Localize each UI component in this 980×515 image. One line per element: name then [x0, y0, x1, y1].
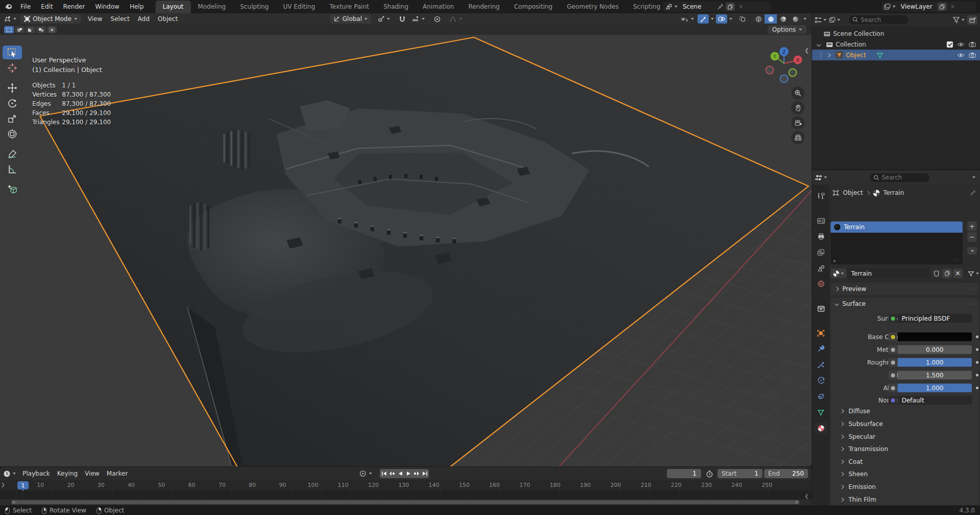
surface-subpanel-header[interactable]: Coat — [835, 456, 974, 468]
workspace-tab[interactable]: Texture Paint — [322, 1, 376, 13]
shading-material-button[interactable] — [777, 14, 789, 24]
outliner-filter-button[interactable] — [953, 17, 965, 23]
object-visibility-dropdown[interactable] — [679, 14, 695, 24]
shading-dropdown-icon[interactable] — [803, 18, 807, 20]
breadcrumb-material[interactable]: Terrain — [883, 189, 904, 196]
new-collection-button[interactable] — [967, 15, 977, 25]
proportional-editing-toggle[interactable] — [431, 14, 443, 24]
viewport-menu-item[interactable]: View — [84, 14, 106, 24]
mode-selector[interactable]: Object Mode — [20, 14, 81, 24]
prev-keyframe-button[interactable] — [388, 469, 396, 478]
shading-solid-button[interactable] — [765, 14, 777, 24]
alpha-field[interactable]: 1.000 — [898, 384, 972, 392]
viewlayer-selector[interactable]: ViewLayer ✕ — [882, 2, 976, 12]
scrollbar-left-handle[interactable] — [12, 501, 15, 504]
timeline-editor-type-button[interactable] — [3, 470, 16, 478]
measure-tool[interactable] — [3, 162, 22, 176]
workspace-tab[interactable]: Scripting — [626, 1, 667, 13]
viewport-menu-item[interactable]: Select — [106, 14, 134, 24]
outliner-row-object[interactable]: ┆ Object — [812, 50, 980, 60]
material-slot-list[interactable]: Terrain ▸ ∷∷ — [831, 221, 963, 264]
show-overlays-toggle[interactable] — [716, 14, 727, 24]
roughness-field[interactable]: 1.000 — [898, 358, 972, 367]
select-intersect-button[interactable] — [47, 26, 57, 33]
remove-slot-button[interactable]: − — [967, 232, 977, 242]
jump-to-end-button[interactable] — [421, 469, 429, 478]
normal-select-field[interactable]: Default — [898, 396, 972, 405]
animate-dot[interactable] — [976, 374, 978, 376]
outliner-row-scene-collection[interactable]: Scene Collection — [812, 28, 980, 39]
workspace-tab[interactable]: Shading — [376, 1, 416, 13]
animate-dot[interactable] — [976, 335, 978, 338]
camera-view-button[interactable] — [791, 116, 804, 129]
move-tool[interactable] — [3, 81, 22, 95]
properties-options-icon[interactable] — [972, 176, 975, 178]
workspace-tab[interactable]: Modeling — [191, 1, 233, 13]
pivot-point-dropdown[interactable] — [374, 14, 394, 24]
surface-subpanel-header[interactable]: Diffuse — [835, 405, 974, 418]
editor-type-button[interactable] — [4, 16, 16, 23]
play-button[interactable] — [404, 469, 412, 478]
hide-viewport-icon[interactable] — [957, 53, 965, 58]
workspace-tab[interactable]: Sculpting — [233, 1, 276, 13]
options-button[interactable]: Options — [768, 25, 807, 34]
copy-viewlayer-button[interactable] — [938, 3, 947, 11]
pan-button[interactable] — [791, 101, 804, 115]
tab-collection[interactable] — [815, 303, 827, 314]
outliner-editor-type-button[interactable] — [815, 17, 826, 23]
shader-select-field[interactable]: Principled BSDF — [898, 314, 972, 323]
play-reverse-button[interactable] — [396, 469, 404, 478]
shading-wireframe-button[interactable] — [752, 14, 765, 24]
disable-render-icon[interactable] — [969, 41, 976, 47]
viewport-canvas[interactable] — [0, 35, 812, 466]
outliner-search[interactable] — [849, 15, 908, 24]
scene-selector[interactable]: Scene ✕ — [663, 2, 771, 12]
properties-search-input[interactable] — [882, 174, 926, 181]
snap-target-dropdown[interactable] — [411, 14, 428, 24]
timeline-menu-item[interactable]: Keying — [54, 469, 81, 478]
scrollbar-right-handle[interactable] — [795, 501, 798, 504]
surface-panel-header[interactable]: Surface ∷∷ — [831, 298, 979, 309]
unlink-material-button[interactable]: ✕ — [953, 268, 963, 278]
tab-tool[interactable] — [815, 191, 827, 201]
timeline-menu-item[interactable]: Playback — [19, 469, 54, 478]
current-frame-field[interactable]: 1 — [667, 469, 701, 478]
channel-expand-icon[interactable]: ❯ — [1, 482, 5, 487]
timeline-menu-item[interactable]: View — [81, 469, 103, 478]
xray-toggle[interactable] — [736, 14, 748, 24]
menubar-item[interactable]: Window — [91, 2, 124, 12]
ior-field[interactable]: 1.500 — [898, 371, 972, 379]
properties-editor-type-button[interactable] — [815, 174, 827, 181]
cursor-tool[interactable] — [3, 61, 22, 75]
tab-scene[interactable] — [815, 263, 827, 273]
pin-icon[interactable] — [970, 190, 976, 196]
add-slot-button[interactable]: + — [967, 221, 977, 231]
workspace-tab[interactable]: UV Editing — [276, 1, 322, 13]
gizmo-dropdown-icon[interactable] — [711, 18, 714, 20]
proportional-falloff-dropdown[interactable] — [446, 14, 466, 24]
animate-dot[interactable] — [976, 361, 978, 364]
hide-viewport-icon[interactable] — [957, 42, 965, 47]
workspace-tab[interactable]: Compositing — [507, 1, 559, 13]
timeline-tracks[interactable] — [0, 491, 812, 499]
shading-rendered-button[interactable] — [789, 14, 801, 24]
animate-dot[interactable] — [976, 348, 978, 351]
metallic-field[interactable]: 0.000 — [898, 345, 972, 354]
preview-panel[interactable]: Preview ∷∷ — [831, 283, 979, 295]
timeline-collapse-icon[interactable]: ❮ — [804, 494, 809, 499]
tab-world[interactable] — [815, 279, 827, 289]
slot-specials-button[interactable] — [967, 247, 977, 255]
tab-material[interactable] — [815, 423, 827, 433]
select-subtract-button[interactable] — [26, 26, 35, 33]
timeline-ruler[interactable]: ❯ 10203040506070809010011012013014015016… — [0, 480, 812, 491]
viewport-menu-item[interactable]: Object — [154, 14, 182, 24]
zoom-button[interactable] — [791, 86, 804, 100]
surface-subpanel-header[interactable]: Subsurface — [835, 418, 974, 431]
base-color-swatch[interactable] — [898, 332, 972, 341]
select-box-tool[interactable] — [3, 46, 22, 59]
timeline-scrollbar[interactable] — [11, 500, 799, 504]
material-specials-button[interactable] — [968, 271, 979, 277]
surface-subpanel-header[interactable]: Thin Film — [835, 493, 974, 505]
sidebar-collapse-icon[interactable]: ❮ — [804, 47, 809, 54]
frame-end-field[interactable]: End250 — [764, 469, 808, 478]
